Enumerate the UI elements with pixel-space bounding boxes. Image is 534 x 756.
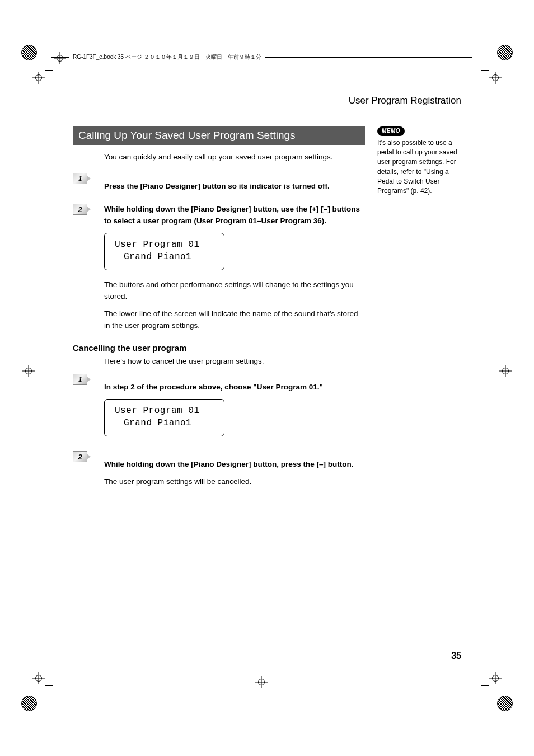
crop-corner-icon bbox=[481, 70, 489, 78]
lcd-line1: User Program 01 bbox=[115, 405, 214, 417]
step-instruction: Press the [Piano Designer] button so its… bbox=[104, 181, 365, 192]
crosshair-icon bbox=[22, 365, 35, 377]
registration-mark-icon bbox=[21, 45, 37, 60]
section-intro: You can quickly and easily call up your … bbox=[104, 152, 365, 163]
lcd-display: User Program 01 Grand Piano1 bbox=[104, 233, 224, 270]
section-title: Calling Up Your Saved User Program Setti… bbox=[73, 126, 365, 145]
page-number: 35 bbox=[451, 651, 461, 661]
memo-text: It's also possible to use a pedal to cal… bbox=[377, 138, 461, 196]
step-paragraph: The buttons and other performance settin… bbox=[104, 279, 365, 303]
lcd-line2: Grand Piano1 bbox=[115, 417, 214, 430]
crosshair-icon bbox=[499, 365, 512, 377]
crop-corner-icon bbox=[481, 678, 489, 686]
step-instruction: While holding down the [Piano Designer] … bbox=[104, 459, 365, 471]
registration-mark-icon bbox=[497, 696, 513, 711]
lcd-line1: User Program 01 bbox=[115, 239, 214, 251]
lcd-display: User Program 01 Grand Piano1 bbox=[104, 399, 224, 436]
step-instruction: In step 2 of the procedure above, choose… bbox=[104, 382, 365, 393]
page-header: User Program Registration bbox=[73, 95, 461, 110]
crop-corner-icon bbox=[45, 70, 53, 78]
file-metadata-text: RG-1F3F_e.book 35 ページ ２０１０年１月１９日 火曜日 午前９… bbox=[69, 53, 265, 61]
step-number-badge: 2 bbox=[73, 451, 87, 462]
lcd-line2: Grand Piano1 bbox=[115, 251, 214, 264]
file-metadata-bar: RG-1F3F_e.book 35 ページ ２０１０年１月１９日 火曜日 午前９… bbox=[51, 49, 472, 65]
step-number-badge: 1 bbox=[73, 173, 87, 184]
registration-mark-icon bbox=[21, 696, 37, 711]
memo-badge: MEMO bbox=[377, 126, 405, 136]
crosshair-icon bbox=[489, 72, 502, 84]
crosshair-icon bbox=[32, 672, 45, 684]
crosshair-icon bbox=[32, 72, 45, 84]
step-paragraph: The lower line of the screen will indica… bbox=[104, 308, 365, 332]
step-paragraph: The user program settings will be cancel… bbox=[104, 476, 365, 488]
crosshair-icon bbox=[489, 672, 502, 684]
crosshair-icon bbox=[255, 676, 268, 688]
crop-corner-icon bbox=[45, 678, 53, 686]
subsection-heading: Cancelling the user program bbox=[73, 343, 365, 353]
step-number-badge: 1 bbox=[73, 374, 87, 385]
step-number-badge: 2 bbox=[73, 204, 87, 215]
registration-mark-icon bbox=[497, 45, 513, 60]
subsection-intro: Here's how to cancel the user program se… bbox=[104, 356, 365, 367]
step-instruction: While holding down the [Piano Designer] … bbox=[104, 204, 365, 227]
